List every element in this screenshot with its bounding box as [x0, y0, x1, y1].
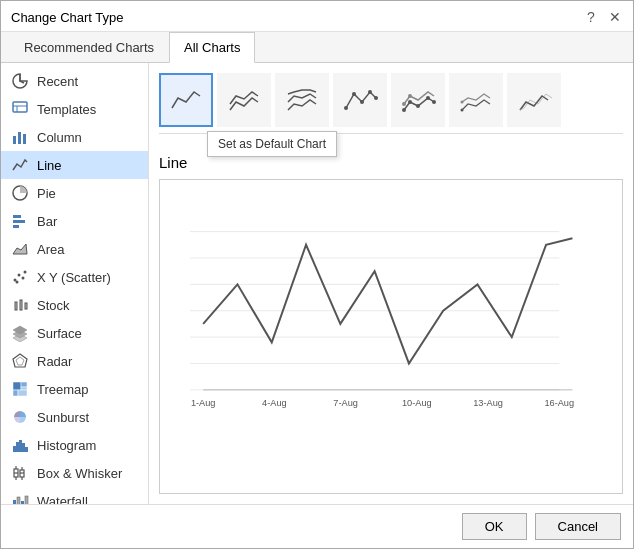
svg-rect-24	[21, 387, 27, 390]
chart-variant-100-stacked[interactable]	[275, 73, 329, 127]
svg-point-53	[402, 108, 406, 112]
scatter-icon	[11, 268, 29, 286]
chart-variant-stacked-markers[interactable]	[391, 73, 445, 127]
chart-variant-3d-line[interactable]	[507, 73, 561, 127]
ok-button[interactable]: OK	[462, 513, 527, 540]
svg-point-59	[408, 94, 412, 98]
svg-point-50	[360, 100, 364, 104]
sidebar-item-line[interactable]: Line	[1, 151, 148, 179]
title-bar-controls: ? ✕	[583, 9, 623, 25]
sidebar-label-stock: Stock	[37, 298, 70, 313]
sidebar-item-stock[interactable]: Stock	[1, 291, 148, 319]
dialog: Change Chart Type ? ✕ Recommended Charts…	[0, 0, 634, 549]
content-area: Recent Templates Column Li	[1, 63, 633, 504]
templates-icon	[11, 100, 29, 118]
svg-text:13-Aug: 13-Aug	[473, 398, 503, 408]
sidebar-item-sunburst[interactable]: Sunburst	[1, 403, 148, 431]
chart-variant-stacked-line[interactable]	[217, 73, 271, 127]
sidebar-item-pie[interactable]: Pie	[1, 179, 148, 207]
svg-text:7-Aug: 7-Aug	[333, 398, 358, 408]
tab-recommended[interactable]: Recommended Charts	[9, 32, 169, 63]
sidebar-label-templates: Templates	[37, 102, 96, 117]
svg-rect-6	[13, 220, 25, 223]
tab-bar: Recommended Charts All Charts	[1, 32, 633, 63]
sidebar-label-column: Column	[37, 130, 82, 145]
svg-rect-30	[19, 440, 22, 452]
cancel-button[interactable]: Cancel	[535, 513, 621, 540]
chart-variant-100-markers[interactable]	[449, 73, 503, 127]
sidebar-label-sunburst: Sunburst	[37, 410, 89, 425]
svg-rect-22	[13, 382, 21, 390]
svg-point-56	[426, 96, 430, 100]
sidebar-item-xy[interactable]: X Y (Scatter)	[1, 263, 148, 291]
tooltip-box: Set as Default Chart	[207, 131, 337, 157]
svg-rect-42	[17, 497, 20, 504]
svg-point-60	[461, 109, 464, 112]
sunburst-icon	[11, 408, 29, 426]
svg-point-54	[408, 100, 412, 104]
svg-point-55	[416, 104, 420, 108]
svg-rect-32	[25, 447, 28, 452]
radar-icon	[11, 352, 29, 370]
surface-icon	[11, 324, 29, 342]
sidebar-item-box[interactable]: Box & Whisker	[1, 459, 148, 487]
sidebar-label-radar: Radar	[37, 354, 72, 369]
box-icon	[11, 464, 29, 482]
recent-icon	[11, 72, 29, 90]
sidebar-label-line: Line	[37, 158, 62, 173]
sidebar-item-bar[interactable]: Bar	[1, 207, 148, 235]
sidebar-item-radar[interactable]: Radar	[1, 347, 148, 375]
sidebar-label-area: Area	[37, 242, 64, 257]
svg-point-51	[368, 90, 372, 94]
sidebar-item-treemap[interactable]: Treemap	[1, 375, 148, 403]
sidebar-label-bar: Bar	[37, 214, 57, 229]
stock-icon	[11, 296, 29, 314]
sidebar-label-waterfall: Waterfall	[37, 494, 88, 505]
svg-rect-3	[23, 134, 26, 144]
line-chart-icon	[11, 156, 29, 174]
svg-rect-15	[20, 300, 22, 310]
sidebar-item-area[interactable]: Area	[1, 235, 148, 263]
svg-rect-26	[18, 390, 27, 396]
svg-text:10-Aug: 10-Aug	[402, 398, 432, 408]
svg-rect-0	[13, 102, 27, 112]
svg-rect-7	[13, 225, 19, 228]
svg-rect-1	[13, 136, 16, 144]
close-button[interactable]: ✕	[607, 9, 623, 25]
title-bar: Change Chart Type ? ✕	[1, 1, 633, 32]
sidebar-item-histogram[interactable]: Histogram	[1, 431, 148, 459]
sidebar-item-surface[interactable]: Surface	[1, 319, 148, 347]
svg-text:4-Aug: 4-Aug	[262, 398, 287, 408]
treemap-icon	[11, 380, 29, 398]
chart-icons-row: Set as Default Chart	[159, 73, 623, 134]
histogram-icon	[11, 436, 29, 454]
bar-icon	[11, 212, 29, 230]
svg-text:16-Aug: 16-Aug	[544, 398, 574, 408]
sidebar-label-histogram: Histogram	[37, 438, 96, 453]
chart-variant-line[interactable]	[159, 73, 213, 127]
dialog-title: Change Chart Type	[11, 10, 124, 25]
area-icon	[11, 240, 29, 258]
sidebar-label-treemap: Treemap	[37, 382, 89, 397]
svg-point-12	[24, 271, 27, 274]
help-button[interactable]: ?	[583, 9, 599, 25]
svg-rect-14	[15, 302, 17, 310]
svg-rect-5	[13, 215, 21, 218]
sidebar-item-recent[interactable]: Recent	[1, 67, 148, 95]
svg-rect-28	[13, 446, 16, 452]
chart-variant-line-markers[interactable]	[333, 73, 387, 127]
sidebar-label-box: Box & Whisker	[37, 466, 122, 481]
svg-rect-29	[16, 442, 19, 452]
svg-rect-23	[21, 382, 27, 387]
column-icon	[11, 128, 29, 146]
sidebar-item-templates[interactable]: Templates	[1, 95, 148, 123]
svg-point-52	[374, 96, 378, 100]
sidebar-item-waterfall[interactable]: Waterfall	[1, 487, 148, 504]
svg-point-49	[352, 92, 356, 96]
svg-rect-16	[25, 303, 27, 309]
svg-marker-21	[16, 357, 24, 365]
sidebar-item-column[interactable]: Column	[1, 123, 148, 151]
tab-all-charts[interactable]: All Charts	[169, 32, 255, 63]
sidebar: Recent Templates Column Li	[1, 63, 149, 504]
sidebar-label-xy: X Y (Scatter)	[37, 270, 111, 285]
